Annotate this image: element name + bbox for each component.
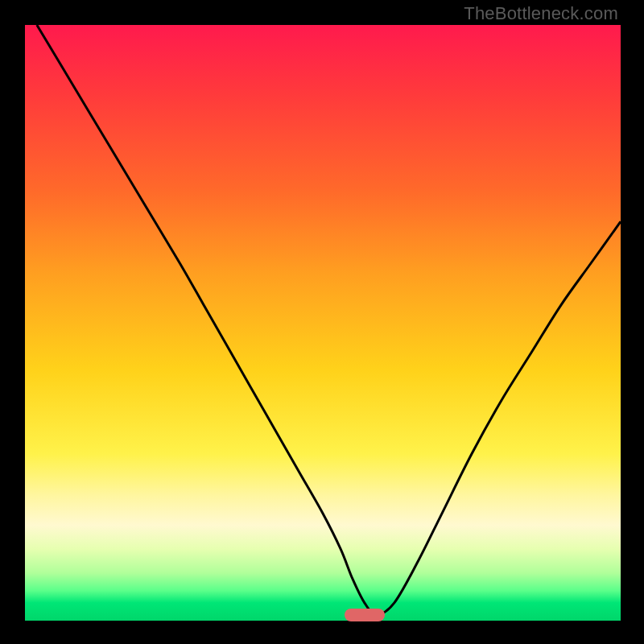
- bottleneck-curve: [25, 25, 621, 621]
- chart-frame: TheBottleneck.com: [0, 0, 644, 644]
- curve-path: [37, 25, 621, 615]
- attribution-label: TheBottleneck.com: [464, 3, 618, 24]
- optimal-marker: [345, 609, 385, 621]
- chart-plot-area: [25, 25, 621, 621]
